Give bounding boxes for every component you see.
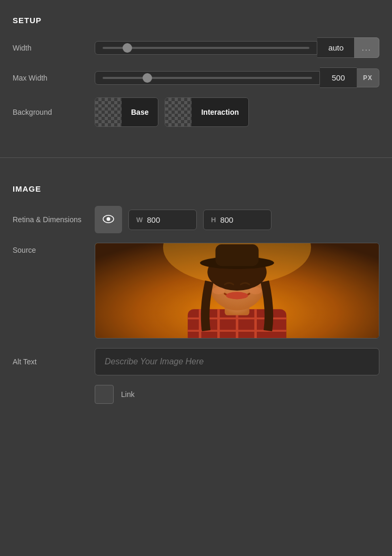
width-slider[interactable] [103,47,309,49]
svg-rect-19 [95,243,379,338]
width-label: Width [13,44,86,52]
background-base-option[interactable]: Base [95,97,158,127]
height-dimension-box: H 800 [203,210,272,230]
eye-button[interactable] [95,206,122,233]
width-dim-value: 800 [147,215,160,224]
width-slider-container [95,41,317,55]
height-dim-value: 800 [220,215,233,224]
retina-row: Retina & Dimensions W 800 H 800 [13,206,379,233]
max-width-slider-container [95,71,320,85]
background-label: Background [13,108,86,116]
alt-text-label: Alt Text [13,358,86,366]
base-label: Base [122,98,158,126]
width-value: auto [317,37,354,58]
background-row: Background Base Interaction [13,97,379,127]
svg-point-1 [107,217,110,221]
link-row: Link [13,385,379,404]
image-section: IMAGE Retina & Dimensions W 800 H 800 [0,168,392,429]
alt-text-input[interactable] [95,348,379,375]
background-options: Base Interaction [95,97,379,127]
width-dimension-box: W 800 [128,210,197,230]
image-preview [95,243,379,338]
retina-label: Retina & Dimensions [13,215,86,224]
retina-controls: W 800 H 800 [95,206,379,233]
link-control: Link [95,385,135,404]
interaction-checker [165,98,192,126]
max-width-unit: PX [357,68,379,87]
width-control: auto ... [95,37,379,58]
image-source-container[interactable] [95,243,379,339]
background-interaction-option[interactable]: Interaction [165,97,249,127]
width-dim-letter: W [136,216,143,224]
setup-title: SETUP [13,16,379,25]
link-checkbox[interactable] [95,385,114,404]
max-width-slider[interactable] [103,77,312,79]
interaction-label: Interaction [192,98,248,126]
alt-text-row: Alt Text [13,348,379,375]
setup-section: SETUP Width auto ... Max Width 500 PX Ba… [0,0,392,152]
section-divider [0,157,392,158]
max-width-value: 500 [320,67,357,88]
max-width-control: 500 PX [95,67,379,88]
max-width-row: Max Width 500 PX [13,67,379,88]
width-row: Width auto ... [13,37,379,58]
base-checker [95,98,122,126]
height-dim-letter: H [211,216,216,224]
max-width-label: Max Width [13,74,86,82]
source-row: Source [13,243,379,339]
eye-icon [103,214,114,226]
link-label: Link [121,390,135,399]
source-label: Source [13,243,86,254]
width-dots-button[interactable]: ... [354,37,379,58]
image-title: IMAGE [13,184,379,193]
